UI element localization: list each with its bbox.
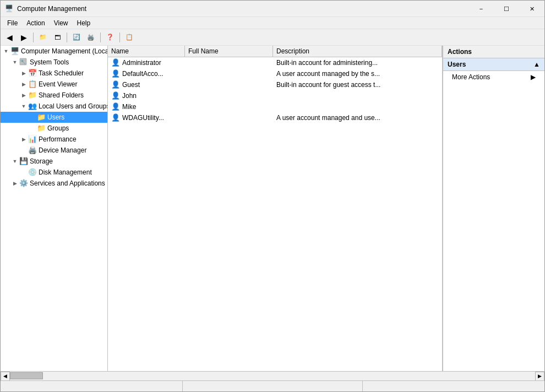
maximize-button[interactable]: ☐: [494, 1, 519, 17]
actions-panel: Actions Users ▲ More Actions ▶: [443, 46, 544, 371]
cell-name-text: WDAGUtility...: [122, 114, 164, 122]
forward-button[interactable]: ▶: [17, 31, 30, 43]
window-controls: − ☐ ✕: [468, 1, 544, 17]
tree-expander-shared-folders[interactable]: ▶: [19, 91, 28, 100]
tree-icon-event-viewer: 📋: [28, 80, 37, 89]
tree-node-shared-folders[interactable]: ▶📁Shared Folders: [1, 90, 107, 101]
show-hide-button[interactable]: 🗔: [51, 31, 64, 43]
tree-label-system-tools: System Tools: [30, 58, 69, 66]
tree-expander-system-tools[interactable]: ▼: [10, 58, 19, 67]
action-section-users-label: Users: [448, 61, 466, 68]
cell-name-text: Mike: [122, 103, 136, 111]
list-row[interactable]: 👤DefaultAcco...A user account managed by…: [108, 68, 442, 79]
cell-fullname: [185, 62, 273, 64]
list-row[interactable]: 👤Mike: [108, 101, 442, 112]
cell-fullname: [185, 95, 273, 97]
more-actions-item[interactable]: More Actions ▶: [443, 71, 544, 83]
help-button[interactable]: ❓: [103, 31, 117, 43]
cell-fullname: [185, 106, 273, 108]
list-row[interactable]: 👤GuestBuilt-in account for guest access …: [108, 79, 442, 90]
tree-node-performance[interactable]: ▶📊Performance: [1, 134, 107, 145]
horizontal-scrollbar[interactable]: ◀ ▶: [1, 371, 544, 380]
tree-node-device-manager[interactable]: 🖨️Device Manager: [1, 145, 107, 156]
col-header-fullname[interactable]: Full Name: [185, 46, 273, 57]
user-icon: 👤: [111, 102, 120, 111]
properties-button[interactable]: 📋: [123, 31, 136, 43]
tree-node-local-users[interactable]: ▼👥Local Users and Groups: [1, 101, 107, 112]
cell-name: 👤Administrator: [108, 57, 185, 68]
menu-help[interactable]: Help: [73, 18, 95, 28]
menu-action[interactable]: Action: [22, 18, 49, 28]
status-section-1: [3, 381, 183, 391]
minimize-button[interactable]: −: [468, 1, 494, 17]
tree-icon-storage: 💾: [19, 157, 28, 166]
tree-icon-local-users: 👥: [28, 102, 37, 111]
tree-icon-services: ⚙️: [19, 179, 28, 188]
tree-node-storage[interactable]: ▼💾Storage: [1, 156, 107, 167]
tree-label-storage: Storage: [30, 157, 53, 165]
tree-label-shared-folders: Shared Folders: [39, 91, 84, 99]
tree-label-root: Computer Management (Local: [21, 47, 108, 55]
tree-node-disk-management[interactable]: 💿Disk Management: [1, 167, 107, 178]
tree-node-groups[interactable]: 📁Groups: [1, 123, 107, 134]
close-button[interactable]: ✕: [519, 1, 544, 17]
tree-node-root[interactable]: ▼🖥️Computer Management (Local: [1, 46, 107, 57]
tree-expander-task-scheduler[interactable]: ▶: [19, 69, 28, 78]
tree-label-performance: Performance: [39, 135, 77, 143]
back-button[interactable]: ◀: [3, 31, 16, 43]
tree-node-system-tools[interactable]: ▼🔧System Tools: [1, 57, 107, 68]
status-bar: [1, 380, 544, 391]
tree-node-users[interactable]: 📁Users: [1, 112, 107, 123]
cell-name: 👤John: [108, 90, 185, 101]
menu-file[interactable]: File: [3, 18, 22, 28]
action-section-users-arrow: ▲: [533, 61, 540, 68]
menu-view[interactable]: View: [50, 18, 73, 28]
tree-label-disk-management: Disk Management: [39, 168, 92, 176]
refresh-button[interactable]: 🔄: [70, 31, 83, 43]
scroll-track[interactable]: [10, 372, 535, 380]
tree-icon-shared-folders: 📁: [28, 91, 37, 100]
scroll-right-arrow[interactable]: ▶: [535, 372, 544, 381]
tree-node-task-scheduler[interactable]: ▶📅Task Scheduler: [1, 68, 107, 79]
action-section-users[interactable]: Users ▲: [443, 58, 544, 71]
toolbar-separator-1: [33, 32, 34, 42]
tree-label-event-viewer: Event Viewer: [39, 80, 77, 88]
tree-expander-services[interactable]: ▶: [10, 179, 19, 188]
list-row[interactable]: 👤John: [108, 90, 442, 101]
scroll-thumb[interactable]: [10, 372, 43, 379]
toolbar: ◀ ▶ 📁 🗔 🔄 🖨️ ❓ 📋: [1, 29, 544, 46]
cell-name: 👤Guest: [108, 79, 185, 90]
tree-expander-groups: [28, 124, 37, 133]
tree-node-services[interactable]: ▶⚙️Services and Applications: [1, 178, 107, 189]
tree-expander-root[interactable]: ▼: [2, 47, 10, 56]
tree-expander-event-viewer[interactable]: ▶: [19, 80, 28, 89]
cell-name-text: Guest: [122, 81, 140, 89]
list-header: Name Full Name Description: [108, 46, 442, 57]
tree-icon-users: 📁: [37, 113, 46, 122]
more-actions-label: More Actions: [452, 73, 490, 81]
tree-label-services: Services and Applications: [30, 179, 105, 187]
user-icon: 👤: [111, 80, 120, 89]
list-row[interactable]: 👤WDAGUtility...A user account managed an…: [108, 112, 442, 123]
scroll-left-arrow[interactable]: ◀: [1, 372, 10, 381]
cell-name-text: DefaultAcco...: [122, 70, 164, 78]
export-button[interactable]: 🖨️: [84, 31, 97, 43]
col-header-description[interactable]: Description: [273, 46, 442, 57]
tree-expander-disk-management: [19, 168, 28, 177]
col-header-name[interactable]: Name: [108, 46, 185, 57]
tree-icon-root: 🖥️: [10, 47, 19, 56]
list-row[interactable]: 👤AdministratorBuilt-in account for admin…: [108, 57, 442, 68]
cell-description: Built-in account for administering...: [273, 58, 442, 68]
tree-expander-device-manager: [19, 146, 28, 155]
up-button[interactable]: 📁: [36, 31, 50, 43]
tree-expander-local-users[interactable]: ▼: [19, 102, 28, 111]
tree-node-event-viewer[interactable]: ▶📋Event Viewer: [1, 79, 107, 90]
cell-fullname: [185, 73, 273, 75]
cell-name: 👤Mike: [108, 101, 185, 112]
tree-expander-performance[interactable]: ▶: [19, 135, 28, 144]
menu-bar: File Action View Help: [1, 17, 544, 29]
toolbar-separator-4: [119, 32, 120, 42]
tree-label-groups: Groups: [47, 124, 69, 132]
cell-description: A user account managed and use...: [273, 113, 442, 123]
tree-expander-storage[interactable]: ▼: [10, 157, 19, 166]
